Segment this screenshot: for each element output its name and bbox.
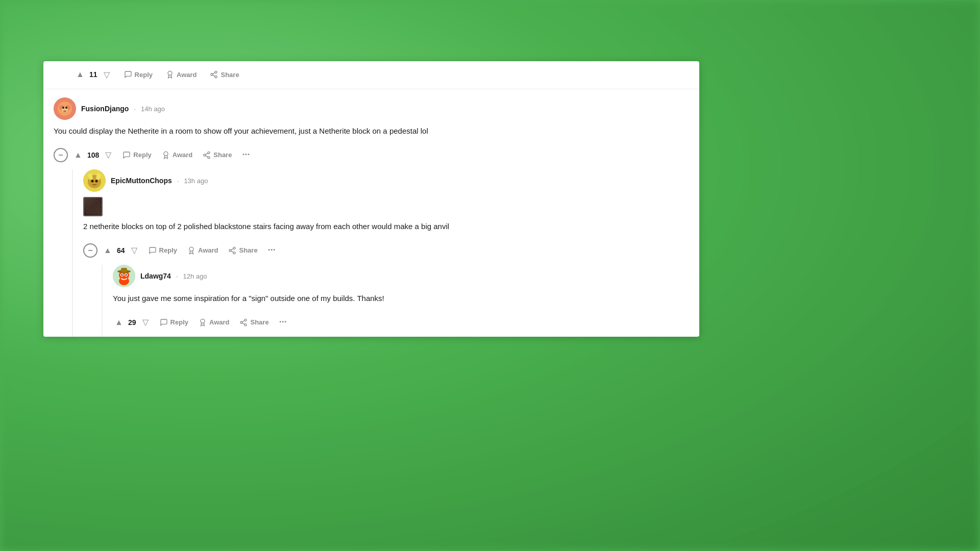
collapse-btn-epic[interactable]: − bbox=[83, 243, 97, 258]
vote-count-ldawg: 29 bbox=[126, 318, 138, 327]
timestamp-ldawg: 12h ago bbox=[183, 272, 207, 280]
downvote-icon-ldawg[interactable]: ▽ bbox=[139, 316, 152, 329]
top-upvote-icon[interactable]: ▲ bbox=[74, 68, 86, 81]
reply-btn-epic[interactable]: Reply bbox=[144, 243, 181, 258]
action-row-ldawg: ▲ 29 ▽ Reply Award bbox=[113, 310, 689, 337]
svg-line-18 bbox=[206, 156, 208, 157]
top-vote-count: 11 bbox=[87, 70, 100, 79]
upvote-icon-fusion[interactable]: ▲ bbox=[72, 149, 84, 161]
comment-header-fusion: FusionDjango · 14h ago bbox=[54, 97, 689, 120]
comment-ldawg: Ldawg74 · 12h ago You just gave me some … bbox=[102, 265, 689, 337]
svg-point-29 bbox=[233, 252, 235, 254]
dot-sep-epic: · bbox=[177, 177, 179, 185]
svg-point-1 bbox=[215, 71, 217, 73]
reply-icon-epic bbox=[149, 246, 157, 255]
svg-point-12 bbox=[65, 107, 67, 109]
svg-line-19 bbox=[206, 153, 208, 155]
timestamp-epic: 13h ago bbox=[184, 177, 208, 185]
svg-point-43 bbox=[240, 321, 242, 323]
upvote-icon-ldawg[interactable]: ▲ bbox=[113, 316, 125, 329]
svg-point-28 bbox=[229, 249, 231, 252]
svg-point-2 bbox=[211, 73, 213, 76]
comment-text-epic: 2 netherite blocks on top of 2 polished … bbox=[83, 220, 689, 233]
clipped-top-row: ▲ 11 ▽ Reply Award Share bbox=[43, 61, 699, 89]
share-btn-ldawg[interactable]: Share bbox=[235, 315, 273, 330]
avatar-epic bbox=[83, 169, 106, 192]
top-share-button[interactable]: Share bbox=[206, 67, 243, 82]
svg-point-27 bbox=[233, 247, 235, 249]
vote-group-epic: ▲ 64 ▽ bbox=[102, 244, 140, 257]
award-icon-epic bbox=[187, 246, 195, 255]
comment-text-fusion: You could display the Netherite in a roo… bbox=[54, 125, 689, 137]
vote-count-epic: 64 bbox=[115, 246, 127, 255]
svg-point-3 bbox=[215, 76, 217, 78]
comment-text-ldawg: You just gave me some inspiration for a … bbox=[113, 292, 689, 305]
svg-line-4 bbox=[213, 75, 215, 77]
comment-epic-mutton: EpicMuttonChops · 13h ago 2 netherite bl… bbox=[72, 169, 689, 337]
action-row-epic: − ▲ 64 ▽ Reply Award bbox=[83, 238, 689, 265]
avatar-epic-svg bbox=[83, 169, 106, 192]
collapse-btn-fusion[interactable]: − bbox=[54, 148, 68, 162]
top-award-button[interactable]: Award bbox=[162, 67, 201, 82]
svg-point-24 bbox=[91, 180, 94, 183]
svg-point-40 bbox=[126, 274, 127, 276]
svg-point-16 bbox=[204, 154, 206, 156]
svg-point-26 bbox=[189, 247, 193, 251]
reply-btn-fusion[interactable]: Reply bbox=[118, 148, 155, 162]
award-icon-ldawg bbox=[199, 318, 207, 327]
more-btn-epic[interactable]: ··· bbox=[264, 242, 280, 259]
svg-point-14 bbox=[164, 152, 168, 156]
share-btn-fusion[interactable]: Share bbox=[199, 148, 236, 162]
top-reply-icon bbox=[124, 70, 132, 79]
svg-line-46 bbox=[242, 320, 245, 322]
more-btn-fusion[interactable]: ··· bbox=[238, 146, 254, 163]
svg-point-15 bbox=[208, 152, 210, 154]
share-icon-epic bbox=[228, 246, 236, 255]
vote-group-ldawg: ▲ 29 ▽ bbox=[113, 316, 152, 329]
svg-point-0 bbox=[168, 71, 172, 75]
award-btn-epic[interactable]: Award bbox=[183, 243, 223, 258]
dot-sep-fusion: · bbox=[134, 105, 136, 113]
comment-fusion-django: FusionDjango · 14h ago You could display… bbox=[43, 89, 699, 337]
svg-point-41 bbox=[201, 319, 205, 323]
downvote-icon-epic[interactable]: ▽ bbox=[128, 244, 140, 257]
award-btn-fusion[interactable]: Award bbox=[158, 148, 197, 162]
top-award-icon bbox=[166, 70, 174, 79]
vote-group-fusion: ▲ 108 ▽ bbox=[72, 149, 114, 161]
svg-point-11 bbox=[62, 107, 64, 109]
share-btn-epic[interactable]: Share bbox=[224, 243, 261, 258]
svg-rect-36 bbox=[121, 268, 127, 272]
main-card: ▲ 11 ▽ Reply Award Share bbox=[43, 61, 699, 337]
svg-line-31 bbox=[231, 248, 234, 250]
upvote-icon-epic[interactable]: ▲ bbox=[102, 244, 114, 257]
svg-line-45 bbox=[242, 323, 245, 324]
reply-icon-fusion bbox=[122, 151, 131, 159]
top-reply-button[interactable]: Reply bbox=[120, 67, 157, 82]
downvote-icon-fusion[interactable]: ▽ bbox=[102, 149, 114, 161]
award-icon-fusion bbox=[162, 151, 170, 159]
username-fusion: FusionDjango bbox=[81, 105, 129, 113]
comment-header-ldawg: Ldawg74 · 12h ago bbox=[113, 265, 689, 287]
top-vote-group: ▲ 11 ▽ bbox=[74, 68, 113, 81]
svg-point-39 bbox=[121, 274, 123, 276]
svg-point-42 bbox=[244, 319, 247, 321]
dot-sep-ldawg: · bbox=[176, 272, 178, 280]
timestamp-fusion: 14h ago bbox=[141, 105, 165, 113]
avatar-ldawg-svg bbox=[113, 265, 135, 287]
reply-icon-ldawg bbox=[160, 318, 168, 327]
award-btn-ldawg[interactable]: Award bbox=[194, 315, 234, 330]
svg-line-30 bbox=[231, 251, 234, 253]
more-btn-ldawg[interactable]: ··· bbox=[275, 314, 291, 331]
reply-btn-ldawg[interactable]: Reply bbox=[156, 315, 192, 330]
comment-header-epic: EpicMuttonChops · 13h ago bbox=[83, 169, 689, 192]
svg-point-17 bbox=[208, 156, 210, 158]
share-icon-ldawg bbox=[239, 318, 248, 327]
svg-point-44 bbox=[244, 323, 247, 325]
svg-point-13 bbox=[63, 110, 66, 112]
svg-line-5 bbox=[213, 72, 215, 74]
top-share-icon bbox=[210, 70, 218, 79]
username-epic: EpicMuttonChops bbox=[111, 177, 172, 185]
avatar-ldawg bbox=[113, 265, 135, 287]
top-downvote-icon[interactable]: ▽ bbox=[101, 68, 113, 81]
share-icon-fusion bbox=[203, 151, 211, 159]
